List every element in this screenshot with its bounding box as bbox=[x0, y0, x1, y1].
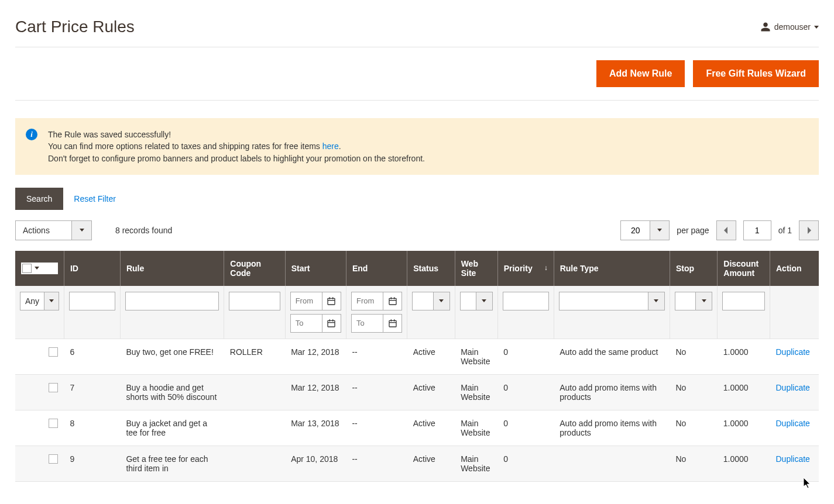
chevron-down-icon[interactable] bbox=[33, 264, 41, 273]
col-checkbox[interactable] bbox=[15, 251, 64, 286]
filter-checkbox-select[interactable]: Any bbox=[20, 292, 59, 310]
calendar-icon[interactable] bbox=[322, 315, 341, 332]
chevron-down-icon bbox=[433, 292, 449, 310]
svg-rect-8 bbox=[389, 298, 396, 305]
filter-website-select[interactable] bbox=[460, 292, 493, 310]
sort-desc-icon: ↓ bbox=[544, 264, 548, 272]
col-id[interactable]: ID bbox=[64, 251, 120, 286]
col-ruletype[interactable]: Rule Type bbox=[554, 251, 670, 286]
filter-start-to-input[interactable] bbox=[291, 315, 322, 332]
notice-line2: You can find more options related to tax… bbox=[48, 140, 807, 152]
cell-rule: Buy a hoodie and get shorts with 50% dis… bbox=[120, 374, 224, 410]
cell-website: Main Website bbox=[455, 339, 497, 374]
cell-coupon bbox=[224, 446, 285, 481]
col-action[interactable]: Action bbox=[770, 251, 819, 286]
col-status[interactable]: Status bbox=[407, 251, 455, 286]
col-start[interactable]: Start bbox=[285, 251, 346, 286]
svg-rect-4 bbox=[328, 320, 335, 327]
free-gift-wizard-button[interactable]: Free Gift Rules Wizard bbox=[693, 60, 819, 87]
chevron-down-icon bbox=[650, 220, 670, 240]
filter-start-from-input[interactable] bbox=[291, 292, 322, 310]
filter-start-to[interactable] bbox=[290, 314, 341, 333]
cell-start: Mar 13, 2018 bbox=[285, 410, 346, 446]
filter-start-from[interactable] bbox=[290, 292, 341, 310]
notice-here-link[interactable]: here bbox=[322, 141, 339, 151]
cell-id: 8 bbox=[64, 410, 120, 446]
chevron-down-icon bbox=[476, 292, 492, 310]
cell-end: -- bbox=[346, 374, 407, 410]
col-website[interactable]: Web Site bbox=[455, 251, 497, 286]
prev-page-button[interactable] bbox=[716, 220, 736, 240]
table-row[interactable]: 9 Get a free tee for each third item in … bbox=[15, 446, 819, 481]
svg-rect-0 bbox=[328, 298, 335, 305]
cell-discount: 1.0000 bbox=[718, 410, 770, 446]
table-row[interactable]: 7 Buy a hoodie and get shorts with 50% d… bbox=[15, 374, 819, 410]
filter-stop-select[interactable] bbox=[675, 292, 712, 310]
filter-end-to-input[interactable] bbox=[352, 315, 383, 332]
row-checkbox[interactable] bbox=[49, 347, 58, 357]
chevron-down-icon bbox=[71, 221, 91, 240]
search-button[interactable]: Search bbox=[15, 188, 63, 210]
user-menu[interactable]: demouser bbox=[760, 22, 819, 32]
per-page-select[interactable] bbox=[620, 220, 670, 240]
filter-id-input[interactable] bbox=[69, 292, 115, 310]
filter-end-from[interactable] bbox=[351, 292, 402, 310]
calendar-icon[interactable] bbox=[322, 292, 341, 310]
cell-coupon bbox=[224, 374, 285, 410]
filter-coupon-input[interactable] bbox=[229, 292, 280, 310]
filter-end-from-input[interactable] bbox=[352, 292, 383, 310]
notice-line2-post: . bbox=[339, 141, 341, 151]
cell-website: Main Website bbox=[455, 374, 497, 410]
calendar-icon[interactable] bbox=[383, 292, 401, 310]
page-input[interactable] bbox=[743, 220, 771, 240]
col-end[interactable]: End bbox=[346, 251, 407, 286]
row-checkbox[interactable] bbox=[49, 454, 58, 464]
filter-end-to[interactable] bbox=[351, 314, 402, 333]
mass-actions-select[interactable]: Actions bbox=[15, 220, 92, 240]
cell-ruletype: Auto add promo items with products bbox=[554, 374, 670, 410]
table-row[interactable]: 8 Buy a jacket and get a tee for free Ma… bbox=[15, 410, 819, 446]
filter-status-select[interactable] bbox=[412, 292, 449, 310]
calendar-icon[interactable] bbox=[383, 315, 401, 332]
row-checkbox[interactable] bbox=[49, 419, 58, 428]
actions-bar: Add New Rule Free Gift Rules Wizard bbox=[15, 47, 819, 101]
per-page-input[interactable] bbox=[620, 220, 650, 240]
table-row[interactable]: 6 Buy two, get one FREE! ROLLER Mar 12, … bbox=[15, 339, 819, 374]
notice-line3: Don't forget to configure promo banners … bbox=[48, 153, 807, 164]
cell-rule: Buy a jacket and get a tee for free bbox=[120, 410, 224, 446]
row-checkbox[interactable] bbox=[49, 383, 58, 392]
duplicate-link[interactable]: Duplicate bbox=[775, 347, 809, 357]
next-page-button[interactable] bbox=[799, 220, 819, 240]
cell-discount: 1.0000 bbox=[718, 339, 770, 374]
duplicate-link[interactable]: Duplicate bbox=[775, 383, 809, 392]
cell-rule: Buy two, get one FREE! bbox=[120, 339, 224, 374]
add-new-rule-button[interactable]: Add New Rule bbox=[596, 60, 685, 87]
filter-any-label: Any bbox=[20, 292, 44, 310]
reset-filter-link[interactable]: Reset Filter bbox=[74, 194, 116, 203]
cell-id: 9 bbox=[64, 446, 120, 481]
page-of-label: of 1 bbox=[778, 226, 792, 235]
username: demouser bbox=[774, 22, 811, 32]
filter-ruletype-select[interactable] bbox=[559, 292, 665, 310]
cell-ruletype: Auto add promo items with products bbox=[554, 410, 670, 446]
filter-rule-input[interactable] bbox=[125, 292, 219, 310]
records-found: 8 records found bbox=[115, 226, 172, 235]
filter-priority-input[interactable] bbox=[503, 292, 549, 310]
filter-discount-input[interactable] bbox=[722, 292, 765, 310]
col-rule[interactable]: Rule bbox=[120, 251, 224, 286]
col-priority[interactable]: Priority↓ bbox=[497, 251, 554, 286]
col-coupon[interactable]: Coupon Code bbox=[224, 251, 285, 286]
col-discount[interactable]: Discount Amount bbox=[718, 251, 770, 286]
rules-table: ID Rule Coupon Code Start End Status Web… bbox=[15, 251, 819, 482]
duplicate-link[interactable]: Duplicate bbox=[775, 454, 809, 464]
cell-website: Main Website bbox=[455, 410, 497, 446]
col-stop[interactable]: Stop bbox=[670, 251, 717, 286]
info-icon: i bbox=[26, 129, 37, 140]
select-all-checkbox[interactable] bbox=[22, 264, 32, 273]
cell-priority: 0 bbox=[497, 339, 554, 374]
cell-priority: 0 bbox=[497, 410, 554, 446]
cell-status: Active bbox=[407, 410, 455, 446]
page-title: Cart Price Rules bbox=[15, 18, 135, 36]
duplicate-link[interactable]: Duplicate bbox=[775, 419, 809, 428]
mass-actions-label: Actions bbox=[16, 221, 71, 240]
